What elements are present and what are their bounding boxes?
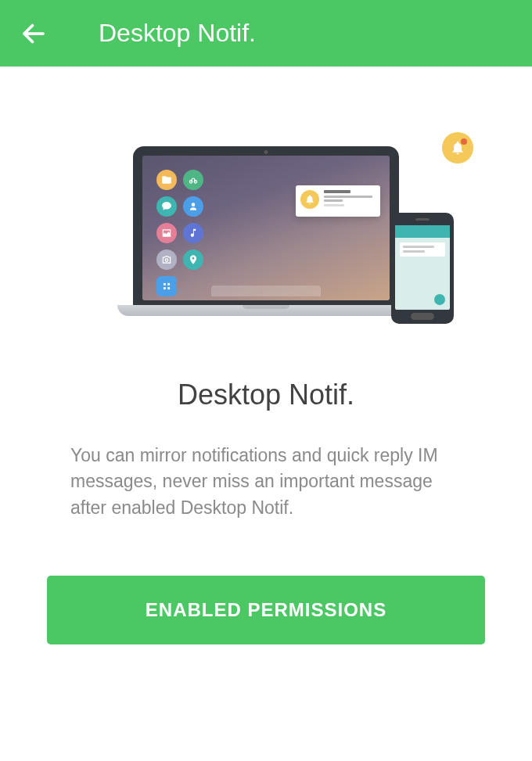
enable-permissions-button[interactable]: ENABLED PERMISSIONS [47, 576, 485, 644]
person-icon [183, 196, 203, 217]
notification-text-graphic [324, 190, 372, 212]
svg-rect-6 [164, 287, 166, 289]
apps-icon [156, 276, 177, 296]
illustration [0, 68, 532, 347]
app-header: Desktop Notif. [0, 0, 532, 66]
notification-dot-icon [461, 138, 467, 145]
notification-card [296, 185, 380, 217]
laptop-screen [142, 156, 390, 300]
picture-icon [156, 223, 177, 243]
laptop-base [117, 305, 415, 316]
laptop-bezel [133, 146, 399, 305]
svg-rect-7 [167, 287, 170, 289]
feature-title: Desktop Notif. [70, 379, 462, 411]
bell-badge-icon [442, 132, 473, 163]
svg-rect-5 [167, 283, 170, 285]
fab-icon [434, 294, 445, 305]
app-grid [156, 170, 203, 296]
laptop-graphic [133, 146, 399, 316]
music-icon [183, 223, 203, 243]
location-icon [183, 249, 203, 270]
feature-description: You can mirror notifications and quick r… [70, 443, 462, 521]
page-title: Desktop Notif. [99, 19, 256, 48]
back-arrow-icon[interactable] [20, 20, 48, 48]
camera-app-icon [156, 249, 177, 270]
svg-rect-4 [164, 283, 166, 285]
phone-msg-bubble [400, 242, 445, 257]
phone-speaker [415, 218, 430, 221]
content-area: Desktop Notif. You can mirror notificati… [0, 68, 532, 761]
camera-icon [264, 150, 268, 154]
phone-graphic [391, 213, 454, 324]
dock-icon [211, 285, 321, 296]
svg-point-3 [165, 259, 168, 262]
phone-home-button [411, 313, 434, 320]
chat-icon [156, 196, 177, 217]
phone-app-header [395, 225, 450, 238]
phone-screen [395, 225, 450, 310]
text-content: Desktop Notif. You can mirror notificati… [0, 347, 532, 521]
bell-icon [300, 190, 319, 209]
bike-icon [183, 170, 203, 190]
folder-icon [156, 170, 177, 190]
svg-point-2 [192, 203, 196, 206]
